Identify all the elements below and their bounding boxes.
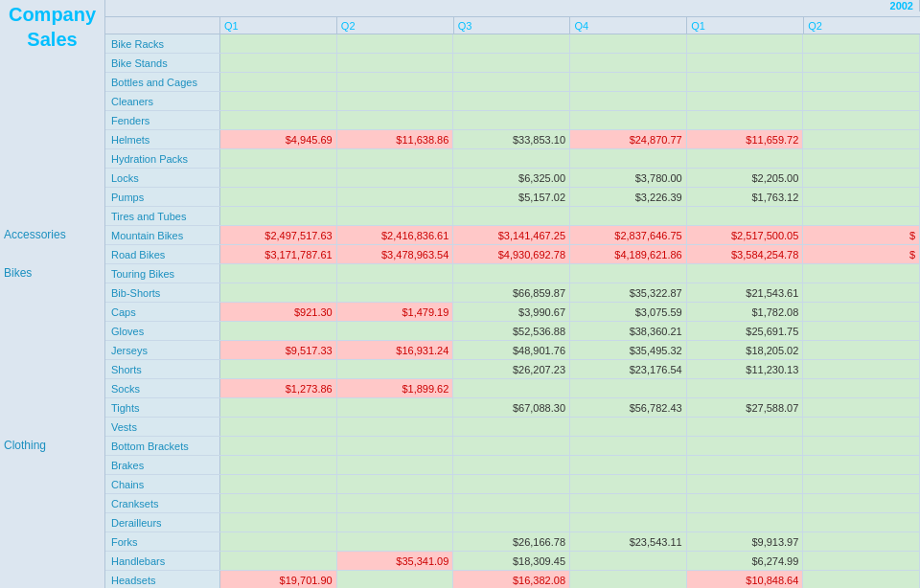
data-cell: $3,226.39 xyxy=(570,188,687,206)
table-row: Bike Stands xyxy=(105,54,920,73)
data-cell xyxy=(687,379,804,397)
data-cell: $18,205.02 xyxy=(687,341,804,359)
data-cell xyxy=(220,264,337,283)
data-cell xyxy=(337,92,454,110)
data-cell xyxy=(803,149,920,168)
data-cell: $1,763.12 xyxy=(687,188,804,206)
row-item-label: Forks xyxy=(105,532,220,551)
data-cell xyxy=(803,513,920,531)
data-cell xyxy=(570,73,687,91)
table-row: Touring Bikes xyxy=(105,264,920,283)
data-cell xyxy=(220,73,337,91)
category-label-clothing: Clothing xyxy=(0,436,104,455)
data-cell: $33,853.10 xyxy=(453,130,570,148)
data-cell xyxy=(453,92,570,110)
data-cell xyxy=(687,73,804,91)
table-row: Helmets$4,945.69$11,638.86$33,853.10$24,… xyxy=(105,130,920,149)
data-cell xyxy=(220,494,337,512)
row-item-label: Derailleurs xyxy=(105,513,220,531)
title-text: Company Sales xyxy=(4,2,101,52)
data-cell xyxy=(220,188,337,206)
quarter-header-row: Q1 Q2 Q3 Q4 Q1 Q2 xyxy=(105,17,920,34)
row-item-label: Jerseys xyxy=(105,341,220,359)
data-cell xyxy=(570,494,687,512)
data-cell xyxy=(220,418,337,436)
data-cell: $26,166.78 xyxy=(453,532,570,551)
row-item-label: Bottles and Cages xyxy=(105,73,220,91)
table-row: Handlebars$35,341.09$18,309.45$6,274.99 xyxy=(105,552,920,571)
data-cell xyxy=(220,207,337,225)
data-cell: $4,930,692.78 xyxy=(453,245,570,263)
data-cell xyxy=(687,92,804,110)
table-row: Socks$1,273.86$1,899.62 xyxy=(105,379,920,398)
data-cell xyxy=(570,54,687,72)
data-cell xyxy=(453,475,570,493)
table-row: Hydration Packs xyxy=(105,149,920,169)
data-cell xyxy=(687,207,804,225)
data-cell: $3,141,467.25 xyxy=(453,226,570,244)
data-cell xyxy=(687,149,804,168)
table-row: Bottles and Cages xyxy=(105,73,920,92)
data-cell: $3,990.67 xyxy=(453,303,570,321)
table-row: Cranksets xyxy=(105,494,920,513)
data-cell: $4,945.69 xyxy=(220,130,337,148)
data-cell xyxy=(453,34,570,53)
data-cell xyxy=(337,73,454,91)
data-cell xyxy=(453,54,570,72)
data-cell xyxy=(803,111,920,129)
data-cell xyxy=(570,418,687,436)
data-cell xyxy=(687,34,804,53)
table-row: Tires and Tubes xyxy=(105,207,920,226)
data-cell: $1,899.62 xyxy=(337,379,454,397)
category-label-accessories: Accessories xyxy=(0,225,104,244)
data-cell xyxy=(570,34,687,53)
data-cell xyxy=(570,552,687,570)
data-cell xyxy=(220,322,337,340)
data-cell: $5,157.02 xyxy=(453,188,570,206)
data-cell xyxy=(337,513,454,531)
data-cell xyxy=(220,398,337,417)
data-cell: $3,075.59 xyxy=(570,303,687,321)
data-cell xyxy=(337,398,454,417)
data-cell xyxy=(803,456,920,474)
data-cell xyxy=(803,532,920,551)
data-cell: $2,517,500.05 xyxy=(687,226,804,244)
data-cell xyxy=(337,207,454,225)
data-cell xyxy=(337,264,454,283)
data-cell: $2,497,517.63 xyxy=(220,226,337,244)
data-cell: $1,479.19 xyxy=(337,303,454,321)
data-cell: $9,913.97 xyxy=(687,532,804,551)
data-cell xyxy=(337,111,454,129)
row-item-label: Tires and Tubes xyxy=(105,207,220,225)
data-cell xyxy=(570,513,687,531)
table-row: Jerseys$9,517.33$16,931.24$48,901.76$35,… xyxy=(105,341,920,360)
data-cell: $10,848.64 xyxy=(687,571,804,588)
data-cell xyxy=(337,456,454,474)
table-row: Mountain Bikes$2,497,517.63$2,416,836.61… xyxy=(105,226,920,245)
data-cell xyxy=(337,322,454,340)
left-column: Company Sales AccessoriesBikesClothing xyxy=(0,0,105,588)
data-cell xyxy=(803,437,920,455)
data-cell xyxy=(570,92,687,110)
q-header-2: Q2 xyxy=(337,17,454,34)
data-cell xyxy=(220,92,337,110)
data-cell xyxy=(687,456,804,474)
data-cell xyxy=(453,513,570,531)
data-cell xyxy=(803,360,920,378)
data-cell: $ xyxy=(803,226,920,244)
data-cell xyxy=(803,303,920,321)
data-cell xyxy=(803,207,920,225)
data-cell xyxy=(337,54,454,72)
data-cell xyxy=(803,130,920,148)
data-cell: $921.30 xyxy=(220,303,337,321)
q-header-3: Q3 xyxy=(454,17,571,34)
data-cell xyxy=(687,264,804,283)
data-cell: $18,309.45 xyxy=(453,552,570,570)
data-cell xyxy=(803,73,920,91)
data-cell: $67,088.30 xyxy=(453,398,570,417)
q-header-4: Q4 xyxy=(570,17,687,34)
row-item-label: Bottom Brackets xyxy=(105,437,220,455)
table-row: Caps$921.30$1,479.19$3,990.67$3,075.59$1… xyxy=(105,303,920,322)
table-row: Cleaners xyxy=(105,92,920,111)
data-body[interactable]: Bike RacksBike StandsBottles and CagesCl… xyxy=(105,34,920,588)
